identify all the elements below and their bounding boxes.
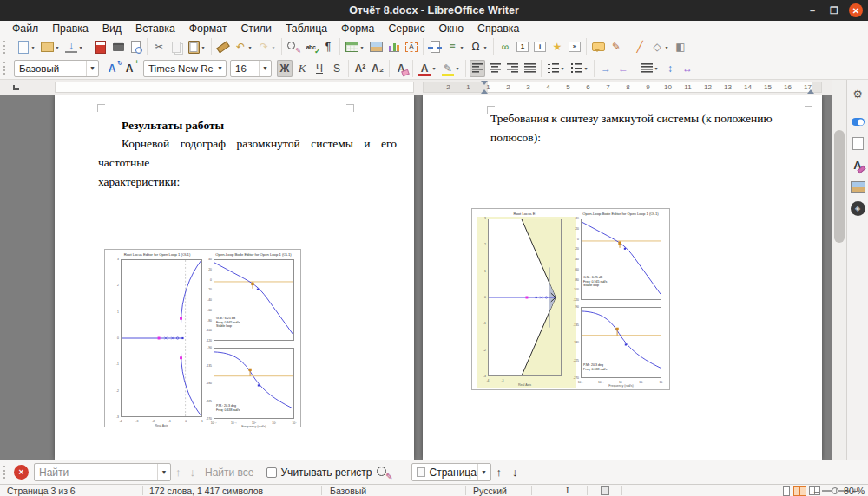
menu-item[interactable]: Сервис [381,21,431,36]
insert-chart-button[interactable] [386,38,402,55]
page3-paragraph[interactable]: Корневой годограф разомкнутой системы и … [98,134,397,192]
export-pdf-button[interactable] [93,38,108,55]
find-replace-button[interactable] [286,38,301,55]
ruler-page1-zone[interactable] [55,82,414,93]
toolbar-grip[interactable] [3,62,8,75]
page-style-status[interactable]: Базовый [330,486,366,496]
new-style-button[interactable]: A [122,60,137,77]
update-style-button[interactable]: A [104,60,120,77]
sidebar-properties-button[interactable] [848,111,868,133]
find-and-replace-icon[interactable] [376,464,393,481]
strikethrough-button[interactable]: S [329,60,345,77]
matlab-sisotool-figure[interactable]: Root Locus Editor for Open Loop 1 (OL1) … [104,249,301,427]
maximize-button[interactable]: ❐ [827,3,841,17]
italic-button[interactable]: K [294,60,310,77]
zoom-slider-knob[interactable] [832,487,838,494]
font-color-button[interactable]: A▾ [417,60,438,77]
align-center-button[interactable] [487,60,503,77]
menu-item[interactable]: Правка [45,21,95,36]
close-find-bar-button[interactable]: × [14,465,29,480]
track-changes-button[interactable]: ✎ [608,38,624,55]
chevron-down-icon[interactable]: ▼ [477,464,490,480]
increase-indent-button[interactable]: → [598,60,614,77]
right-indent-marker[interactable] [807,89,814,94]
insert-image-button[interactable] [368,38,385,55]
subscript-button[interactable]: A₂ [370,60,385,77]
spelling-button[interactable]: abc [303,38,319,55]
horizontal-ruler[interactable]: 21 1234567891011121314151617 [0,80,832,95]
insert-table-button[interactable]: ▾ [344,38,366,55]
page-number-status[interactable]: Страница 3 из 6 [7,486,76,496]
insert-comment-button[interactable] [590,38,607,55]
toolbar-grip[interactable] [3,41,8,54]
print-button[interactable] [110,38,126,55]
insert-endnote-button[interactable]: i [532,38,548,55]
close-button[interactable]: ✕ [849,3,863,17]
cut-button[interactable]: ✂ [151,38,167,55]
decrease-indent-button[interactable]: ← [615,60,631,77]
character-spacing-button[interactable]: ↔ [680,60,695,77]
insert-line-button[interactable]: ╱ [632,38,648,55]
more-shapes-button[interactable]: ◧ [673,38,688,55]
paragraph-style-combobox[interactable]: Базовый ▼ [14,60,99,77]
line-spacing-button[interactable]: ▾ [639,60,661,77]
menu-item[interactable]: Таблица [279,21,334,36]
word-count-status[interactable]: 172 слова, 1 417 символов [149,486,263,496]
superscript-button[interactable]: A² [352,60,368,77]
redo-button[interactable]: ↷▾ [256,38,278,55]
single-page-view-icon[interactable] [783,486,790,496]
insert-bookmark-button[interactable]: ★ [549,38,565,55]
tab-stop-type-icon[interactable] [13,85,19,90]
chevron-down-icon[interactable]: ▼ [86,61,98,76]
find-all-button[interactable]: Найти все [200,467,260,479]
formatting-marks-button[interactable]: ¶ [320,38,336,55]
align-left-button[interactable] [470,60,485,77]
zoom-out-icon[interactable]: – [814,486,819,496]
underline-button[interactable]: Ч [312,60,327,77]
insert-textbox-button[interactable]: A [404,38,419,55]
menu-item[interactable]: Окно [432,21,471,36]
numbered-list-button[interactable]: ▾ [569,60,590,77]
first-line-indent-marker[interactable] [481,81,488,85]
page4-paragraph[interactable]: Требования к синтезу замкнутой системы (… [490,109,803,147]
clone-formatting-button[interactable] [215,38,231,55]
menu-item[interactable]: Вставка [128,21,182,36]
sidebar-gallery-button[interactable] [848,176,868,198]
font-name-combobox[interactable]: Times New Rc ▼ [143,60,227,77]
clear-formatting-button[interactable]: A [393,60,409,77]
insert-footnote-button[interactable]: 1 [515,38,530,55]
bold-button[interactable]: Ж [277,60,293,77]
matlab-sisotool-constraint-figure[interactable]: Root Locus E Open-Loop Bode Editor for O… [471,208,670,390]
navigate-next-button[interactable]: ↓ [507,466,523,479]
document-modified-icon[interactable] [601,486,609,496]
menu-item[interactable]: Файл [5,21,45,36]
insert-mode-icon[interactable]: I [566,486,569,495]
sidebar-settings-button[interactable]: ⚙ [848,83,868,105]
menu-item[interactable]: Формат [182,21,234,36]
insert-hyperlink-button[interactable]: ∞ [497,38,513,55]
open-file-button[interactable]: ▾ [39,38,62,55]
zoom-level-status[interactable]: 80 % [844,486,865,496]
menu-item[interactable]: Справка [470,21,526,36]
highlight-color-button[interactable]: ✎▾ [440,60,462,77]
new-document-button[interactable]: ▾ [16,38,37,55]
toolbar-grip[interactable] [3,466,8,479]
multi-page-view-icon[interactable] [793,486,806,496]
minimize-button[interactable]: – [806,3,819,17]
left-indent-marker[interactable] [481,89,488,94]
sidebar-page-button[interactable] [848,133,868,154]
font-size-combobox[interactable]: 16 ▼ [230,60,272,77]
page-break-button[interactable] [427,38,443,55]
align-justify-button[interactable] [522,60,537,77]
find-next-button[interactable]: ↓ [186,466,201,479]
special-character-button[interactable]: Ω▾ [468,38,490,55]
scrollbar-thumb[interactable] [834,130,845,243]
menu-item[interactable]: Форма [334,21,381,36]
menu-item[interactable]: Вид [95,21,128,36]
match-case-checkbox[interactable] [266,467,277,478]
basic-shapes-button[interactable]: ◇▾ [649,38,671,55]
insert-cross-reference-button[interactable]: » [567,38,582,55]
chevron-down-icon[interactable]: ▼ [157,464,170,480]
undo-button[interactable]: ↶▾ [233,38,254,55]
navigate-previous-button[interactable]: ↑ [491,466,508,479]
